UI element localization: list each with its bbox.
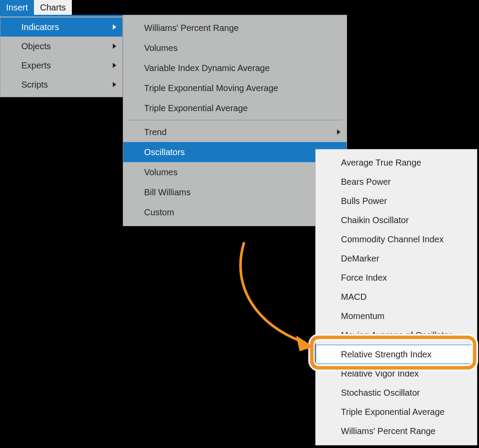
menu-item-label: Variable Index Dynamic Average [144, 63, 270, 73]
annotation-arrow-icon [226, 239, 322, 356]
menubar-label: Insert [6, 3, 28, 13]
menu-item-label: Bill Williams [144, 187, 191, 197]
chevron-right-icon [113, 44, 116, 49]
menu-item-triple-exponential-average[interactable]: Triple Exponential Average [123, 98, 347, 118]
chevron-right-icon [113, 24, 116, 30]
menu-item-stochastic-oscillator[interactable]: Stochastic Oscillator [316, 383, 477, 402]
menu-item-relative-vigor-index[interactable]: Relative Vigor Index [316, 364, 477, 383]
menu-item-moving-average-of-oscillator[interactable]: Moving Average of Oscillator [316, 326, 477, 345]
menu-item-triple-exponential-moving-average[interactable]: Triple Exponential Moving Average [123, 78, 347, 98]
menu-item-oscillators[interactable]: Oscillators [123, 142, 347, 162]
menubar-item-insert[interactable]: Insert [0, 0, 34, 15]
menubar-item-charts[interactable]: Charts [34, 0, 72, 15]
menubar: Insert Charts [0, 0, 72, 15]
menu-item-average-true-range[interactable]: Average True Range [316, 153, 477, 172]
menu-item-trend[interactable]: Trend [123, 122, 347, 142]
menu-item-label: Trend [144, 127, 167, 137]
menu-item-label: Relative Vigor Index [341, 369, 419, 379]
menu-item-variable-index-dynamic-average[interactable]: Variable Index Dynamic Average [123, 58, 347, 78]
menu-item-relative-strength-index[interactable]: Relative Strength Index [316, 345, 477, 364]
menu-item-williams-percent-range[interactable]: Williams' Percent Range [123, 18, 347, 38]
menubar-label: Charts [40, 3, 66, 13]
menu-item-label: Bulls Power [341, 196, 387, 206]
oscillators-menu: Average True Range Bears Power Bulls Pow… [315, 149, 477, 445]
menu-item-label: Volumes [144, 43, 178, 53]
chevron-right-icon [113, 82, 116, 87]
menu-item-volumes[interactable]: Volumes [123, 38, 347, 58]
menu-item-label: Volumes [144, 167, 178, 177]
menu-item-macd[interactable]: MACD [316, 287, 477, 306]
menu-item-scripts[interactable]: Scripts [0, 75, 122, 94]
menu-item-label: Custom [144, 207, 174, 217]
menu-item-label: Commodity Channel Index [341, 234, 444, 244]
menu-item-objects[interactable]: Objects [0, 37, 122, 56]
menu-item-label: Stochastic Oscillator [341, 388, 420, 398]
menu-item-label: Chaikin Oscillator [341, 215, 409, 225]
menu-item-label: Triple Exponential Moving Average [144, 83, 278, 93]
menu-item-demarker[interactable]: DeMarker [316, 249, 477, 268]
menu-item-chaikin-oscillator[interactable]: Chaikin Oscillator [316, 210, 477, 230]
menu-item-label: Williams' Percent Range [341, 426, 435, 436]
menu-item-custom[interactable]: Custom [123, 202, 347, 222]
menu-item-label: Objects [21, 41, 51, 51]
menu-item-experts[interactable]: Experts [0, 56, 122, 75]
menu-item-bill-williams[interactable]: Bill Williams [123, 182, 347, 202]
indicators-menu: Williams' Percent Range Volumes Variable… [123, 15, 347, 226]
menu-item-label: Force Index [341, 273, 387, 283]
menu-item-label: DeMarker [341, 254, 379, 264]
menu-item-bears-power[interactable]: Bears Power [316, 172, 477, 191]
menu-item-label: Triple Exponential Average [341, 407, 445, 417]
menu-item-label: Indicators [21, 22, 59, 32]
menu-item-volumes-category[interactable]: Volumes [123, 162, 347, 182]
chevron-right-icon [113, 63, 116, 68]
menu-item-label: Scripts [21, 80, 48, 90]
menu-item-label: Moving Average of Oscillator [341, 330, 452, 340]
menu-item-bulls-power[interactable]: Bulls Power [316, 191, 477, 210]
menu-item-label: Momentum [341, 311, 385, 321]
svg-marker-0 [296, 336, 314, 351]
menu-item-label: Oscillators [144, 147, 185, 157]
menu-item-commodity-channel-index[interactable]: Commodity Channel Index [316, 230, 477, 249]
menu-item-label: Experts [21, 61, 51, 71]
menu-item-label: Bears Power [341, 177, 391, 187]
menu-item-indicators[interactable]: Indicators [0, 17, 122, 37]
insert-menu: Indicators Objects Experts Scripts [0, 15, 123, 97]
menu-item-williams-percent-range-osc[interactable]: Williams' Percent Range [316, 421, 477, 441]
menu-separator [128, 120, 342, 120]
chevron-right-icon [337, 129, 341, 135]
menu-item-label: Relative Strength Index [341, 350, 432, 360]
menu-item-label: Average True Range [341, 158, 421, 168]
menu-item-triple-exponential-average-osc[interactable]: Triple Exponential Average [316, 402, 477, 421]
menu-item-label: Williams' Percent Range [144, 23, 239, 33]
menu-item-label: MACD [341, 292, 367, 302]
menu-item-momentum[interactable]: Momentum [316, 306, 477, 326]
menu-item-label: Triple Exponential Average [144, 103, 248, 113]
menu-item-force-index[interactable]: Force Index [316, 268, 477, 287]
